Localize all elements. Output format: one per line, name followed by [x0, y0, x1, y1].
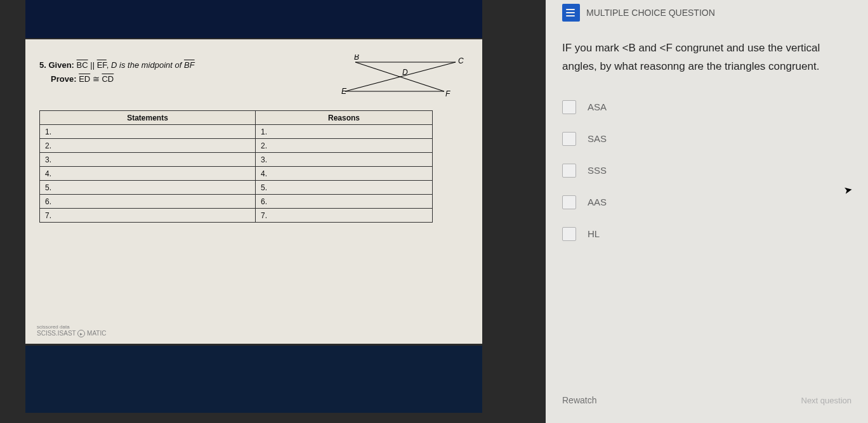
- given-label: Given:: [48, 60, 74, 70]
- reason-cell: 4.: [256, 167, 433, 181]
- rewatch-button[interactable]: Rewatch: [562, 395, 596, 405]
- proof-table: Statements Reasons 1.1.2.2.3.3.4.4.5.5.6…: [39, 110, 433, 223]
- checkbox-icon[interactable]: [562, 132, 576, 146]
- reason-cell: 2.: [256, 139, 433, 153]
- table-row: 3.3.: [40, 153, 433, 167]
- label-b: B: [354, 55, 359, 62]
- congruent-symbol: ≅: [93, 74, 100, 84]
- watermark-icon: ▸: [77, 330, 85, 337]
- statement-cell: 6.: [40, 195, 256, 209]
- table-row: 7.7.: [40, 209, 433, 223]
- option-label: AAS: [588, 197, 607, 207]
- worksheet-page: 5. Given: BC || EF, D is the midpoint of…: [25, 39, 482, 344]
- video-area: 5. Given: BC || EF, D is the midpoint of…: [0, 0, 546, 423]
- reason-cell: 5.: [256, 181, 433, 195]
- given-seg-bc: BC: [77, 60, 88, 70]
- option-label: HL: [588, 228, 600, 239]
- given-seg-ef: EF: [97, 60, 107, 70]
- table-row: 1.1.: [40, 125, 433, 139]
- next-question-button[interactable]: Next question: [801, 396, 852, 405]
- statement-cell: 4.: [40, 167, 256, 181]
- label-f: F: [445, 89, 450, 98]
- label-e: E: [341, 87, 347, 96]
- geometry-figure: B C D E F: [341, 55, 468, 99]
- prove-label: Prove:: [51, 74, 76, 84]
- option-label: SSS: [588, 165, 607, 176]
- label-d: D: [402, 68, 408, 77]
- statement-cell: 1.: [40, 125, 256, 139]
- parallel-symbol: ||: [90, 60, 95, 70]
- video-bottom-bar: [25, 346, 482, 413]
- answer-option[interactable]: SSS: [562, 164, 852, 178]
- checkbox-icon[interactable]: [562, 195, 576, 209]
- checkbox-icon[interactable]: [562, 164, 576, 178]
- statement-cell: 7.: [40, 209, 256, 223]
- answer-option[interactable]: ASA: [562, 100, 852, 114]
- reason-cell: 6.: [256, 195, 433, 209]
- statement-cell: 2.: [40, 139, 256, 153]
- problem-statement: 5. Given: BC || EF, D is the midpoint of…: [39, 58, 195, 86]
- options-list: ASASASSSSAASHL: [562, 100, 852, 241]
- proof-table-body: 1.1.2.2.3.3.4.4.5.5.6.6.7.7.: [40, 125, 433, 223]
- mc-header: MULTIPLE CHOICE QUESTION: [562, 0, 852, 22]
- table-row: 2.2.: [40, 139, 433, 153]
- label-c: C: [458, 56, 464, 65]
- given-seg-bf: BF: [184, 60, 195, 70]
- question-text: IF you mark <B and <F congrunet and use …: [562, 39, 852, 76]
- bottom-bar: Rewatch Next question: [562, 395, 852, 405]
- question-panel: MULTIPLE CHOICE QUESTION IF you mark <B …: [546, 0, 868, 423]
- prove-seg-cd: CD: [102, 74, 114, 84]
- statement-cell: 5.: [40, 181, 256, 195]
- reason-cell: 1.: [256, 125, 433, 139]
- video-top-bar: [25, 0, 482, 38]
- reason-cell: 7.: [256, 209, 433, 223]
- watermark: scissored data SCISS.ISAST ▸ MATIC: [37, 324, 106, 337]
- midpoint-text: D is the midpoint of: [111, 60, 181, 70]
- option-label: ASA: [588, 101, 607, 112]
- statement-cell: 3.: [40, 153, 256, 167]
- answer-option[interactable]: AAS: [562, 195, 852, 209]
- option-label: SAS: [588, 133, 607, 144]
- table-row: 5.5.: [40, 181, 433, 195]
- col-reasons: Reasons: [256, 111, 433, 125]
- svg-line-3: [345, 62, 456, 91]
- col-statements: Statements: [40, 111, 256, 125]
- problem-number: 5.: [39, 60, 46, 70]
- table-row: 4.4.: [40, 167, 433, 181]
- table-row: 6.6.: [40, 195, 433, 209]
- prove-seg-ed: ED: [79, 74, 90, 84]
- checkbox-icon[interactable]: [562, 100, 576, 114]
- mc-header-text: MULTIPLE CHOICE QUESTION: [586, 8, 715, 18]
- reason-cell: 3.: [256, 153, 433, 167]
- list-icon: [562, 4, 580, 22]
- checkbox-icon[interactable]: [562, 227, 576, 241]
- answer-option[interactable]: HL: [562, 227, 852, 241]
- answer-option[interactable]: SAS: [562, 132, 852, 146]
